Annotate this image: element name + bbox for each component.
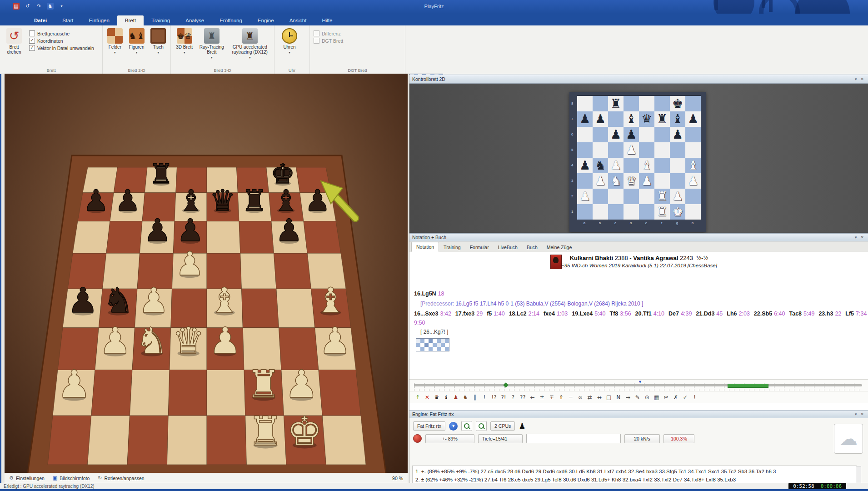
checkbox-differenz[interactable]: Differenz [314,30,343,36]
board-3d[interactable]: ♜♚♟♟♝♛♜♝♟♟♟♟♟♟♞♟♝♝♟♞♛♟♟♟♜♟♜♚ [5,74,408,473]
engine-line[interactable]: 1. +- (89% +85% +9% -7%) 27.c5 dxc5 28.d… [415,467,853,476]
empty-square[interactable] [639,96,654,111]
white-pawn[interactable]: ♟ [639,173,654,189]
up-icon[interactable]: ⇑ [559,394,564,401]
panel-menu-icon[interactable]: ▾ [853,412,859,416]
white-bishop[interactable]: ♝ [685,158,701,173]
notation-moves[interactable]: 16.Lg5N18 [Predecessor: 16.Lg5 f5 17.Lh4… [409,287,868,353]
good-move-icon[interactable]: ! [482,394,487,401]
zoom-out-icon[interactable] [476,421,487,431]
empty-square[interactable] [577,127,593,142]
felder-button[interactable]: Felder▾ [106,28,124,55]
move[interactable]: Tac8 [789,311,802,317]
black-pawn[interactable]: ♟ [624,127,639,142]
white-rook[interactable]: ♜ [654,189,670,204]
engine-piece-icon[interactable]: ♟ [519,421,525,431]
pawn-icon[interactable]: ♟ [453,394,459,401]
move[interactable]: 18.Lc2 [509,311,527,317]
swap-icon[interactable]: ⇄ [587,394,593,401]
move[interactable]: f5 [487,311,492,317]
empty-square[interactable] [639,127,654,142]
eval-button[interactable]: +- 89% [425,434,474,443]
delete-icon[interactable]: ✕ [424,394,430,401]
black-pawn[interactable]: ♟ [685,111,701,127]
move[interactable]: 17.fxe3 [455,311,474,317]
empty-square[interactable] [685,142,701,158]
white-pawn[interactable]: ♟ [577,189,593,204]
variation-line[interactable]: [ 26...Kg7! ] [420,327,868,336]
ribbon-tab-ansicht[interactable]: Ansicht [282,15,314,25]
white-pawn[interactable]: ♟ [670,189,685,204]
empty-square[interactable] [608,142,624,158]
black-rook[interactable]: ♜ [654,111,670,127]
empty-square[interactable] [670,142,685,158]
diagram-icon[interactable]: □ [606,394,612,401]
empty-square[interactable] [593,127,608,142]
tisch-button[interactable]: Tisch▾ [150,28,167,55]
cloud-button[interactable]: ☁ [834,424,863,454]
white-queen[interactable]: ♛ [624,173,639,189]
predecessor-line[interactable]: [Predecessor: 16.Lg5 f5 17.Lh4 h5 0-1 (5… [420,299,868,308]
grid-icon[interactable]: ▦ [654,394,659,401]
notation-tab-notation[interactable]: Notation [411,242,439,252]
white-knight[interactable]: ♞ [608,173,624,189]
move[interactable]: 19.Lxe4 [572,311,593,317]
move[interactable]: 20.Tf1 [635,311,652,317]
screenshot-button[interactable]: ▣ Bildschirmfoto [53,475,90,481]
white-rook[interactable]: ♜ [654,204,670,220]
empty-square[interactable] [593,142,608,158]
bishop-icon[interactable]: ♝ [444,394,449,401]
move[interactable]: De7 [668,311,679,317]
checkbox-koordinaten[interactable]: ✓ Koordinaten [29,38,94,44]
checkbox-vektor[interactable]: ✓ Vektor in Datei umwandeln [29,45,94,51]
empty-square[interactable] [685,96,701,111]
empty-square[interactable] [624,189,639,204]
notation-tab-buch[interactable]: Buch [522,243,542,252]
speed-button[interactable]: 20 kN/s [624,434,660,443]
ribbon-tab-start[interactable]: Start [55,15,81,25]
white-pawn[interactable]: ♟ [608,158,624,173]
black-pawn[interactable]: ♟ [670,127,685,142]
empty-square[interactable] [577,96,593,111]
depth-button[interactable]: Tiefe=15/41 [478,434,523,443]
board-2d[interactable]: 87654321 ♜♚♟♟♝♛♜♝♟♟♟♟♟♟♞♟♝♝♟♞♛♟♟♟♜♟♜♚ ab… [569,92,706,232]
queen-icon[interactable]: ♛ [434,394,439,401]
raytracing-button[interactable]: ♜ Ray-Tracing Brett▾ [199,28,224,60]
black-knight[interactable]: ♞ [593,158,608,173]
white-pawn[interactable]: ♟ [624,142,639,158]
empty-square[interactable] [654,127,670,142]
target-icon[interactable]: ⊙ [644,394,650,401]
move[interactable]: fxe4 [544,311,555,317]
move[interactable]: 22.Sb5 [754,311,772,317]
panel-close-icon[interactable]: ✕ [858,235,866,240]
empty-square[interactable] [577,204,593,220]
bestmove-field[interactable] [526,434,621,443]
gpu-raytracing-button[interactable]: ♜ GPU accelerated raytracing (DX12)▾ [229,28,270,60]
empty-square[interactable] [624,158,639,173]
game-position-slider[interactable]: ▼ [409,379,868,391]
ribbon-tab-einfügen[interactable]: Einfügen [81,15,117,25]
empty-square[interactable] [624,204,639,220]
black-queen[interactable]: ♛ [639,111,654,127]
remove-icon[interactable]: ✗ [673,394,678,401]
empty-square[interactable] [670,158,685,173]
ribbon-tab-brett[interactable]: Brett [117,15,144,25]
notation-tab-meine-züge[interactable]: Meine Züge [542,243,576,252]
brett3d-button[interactable]: ♚♛ 3D Brett▾ [175,28,194,55]
main-moves-line[interactable]: 16...Sxe33:4217.fxe329f51:4018.Lc22:14fx… [414,309,868,327]
black-king[interactable]: ♚ [670,96,685,111]
empty-square[interactable] [608,204,624,220]
empty-square[interactable] [654,96,670,111]
panel-menu-icon[interactable]: ▾ [853,77,859,81]
black-pawn[interactable]: ♟ [593,111,608,127]
blunder-icon[interactable]: ?? [520,394,526,401]
ribbon-tab-hilfe[interactable]: Hilfe [314,15,340,25]
mistake-icon[interactable]: ? [510,394,516,401]
black-pawn[interactable]: ♟ [577,158,593,173]
empty-square[interactable] [670,173,685,189]
empty-square[interactable] [639,142,654,158]
checkbox-brettgeraeusche[interactable]: Brettgeräusche [29,30,94,36]
engine-panel-header[interactable]: Engine: Fat Fritz rtx ▾ ✕ [409,410,868,418]
unclear-icon[interactable]: ∞ [578,394,583,401]
dubious-icon[interactable]: ?! [501,394,506,401]
